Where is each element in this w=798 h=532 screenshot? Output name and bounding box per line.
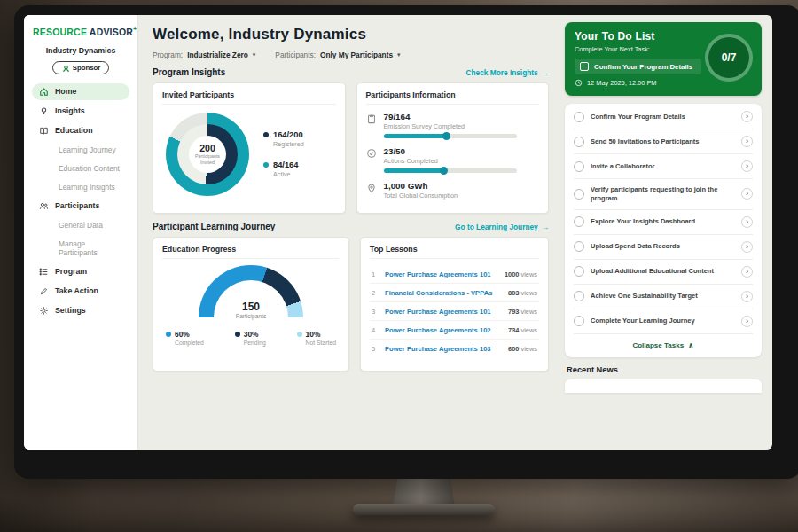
lesson-link[interactable]: Financial Considerations - VPPAs bbox=[385, 289, 502, 297]
task-label: Send 50 Invitations to Participants bbox=[591, 137, 735, 146]
chevron-right-icon[interactable]: › bbox=[741, 316, 753, 327]
task-row[interactable]: Invite a Collaborator › bbox=[574, 154, 753, 179]
task-row[interactable]: Achieve One Sustainability Target › bbox=[574, 285, 753, 309]
checkbox-icon[interactable] bbox=[574, 291, 584, 301]
sidebar-item-label: General Data bbox=[59, 221, 103, 230]
lesson-link[interactable]: Power Purchase Agreements 101 bbox=[385, 308, 502, 316]
checkbox-icon[interactable] bbox=[574, 189, 584, 200]
checkbox-icon[interactable] bbox=[580, 62, 589, 71]
program-select-label: Program: bbox=[153, 51, 183, 59]
sidebar-item-insights[interactable]: Insights bbox=[32, 103, 129, 120]
pencil-icon bbox=[39, 286, 49, 296]
info-label: Emission Survey Completed bbox=[384, 122, 517, 130]
lesson-views-suffix: views bbox=[521, 345, 537, 353]
todo-subtitle: Complete Your Next Task: bbox=[575, 45, 701, 53]
sidebar-item-label: Take Action bbox=[55, 286, 98, 295]
chevron-down-icon: ▾ bbox=[397, 51, 401, 59]
lesson-rank: 5 bbox=[372, 345, 379, 353]
card-title: Top Lessons bbox=[370, 245, 539, 259]
sidebar-item-learning-journey[interactable]: Learning Journey bbox=[32, 142, 129, 158]
education-legend-dot bbox=[235, 332, 240, 337]
lesson-views-value: 600 bbox=[508, 345, 519, 353]
check-more-insights-link[interactable]: Check More Insights → bbox=[466, 68, 549, 77]
checkbox-icon[interactable] bbox=[574, 266, 584, 277]
sidebar-item-program[interactable]: Program bbox=[32, 263, 129, 280]
monitor: RESOURCE ADVISOR+ Industry Dynamics Spon… bbox=[14, 5, 798, 479]
task-row[interactable]: Upload Additional Educational Content › bbox=[574, 260, 753, 285]
sponsor-badge[interactable]: Sponsor bbox=[52, 61, 110, 74]
chevron-right-icon[interactable]: › bbox=[741, 160, 753, 172]
invited-donut-chart: 200 Participants Invited bbox=[166, 113, 249, 196]
sidebar-item-settings[interactable]: Settings bbox=[32, 302, 129, 319]
checkbox-icon[interactable] bbox=[574, 241, 584, 252]
todo-due-text: 12 May 2025, 12:00 PM bbox=[587, 79, 656, 87]
legend-label: Active bbox=[273, 171, 304, 179]
todo-next-task[interactable]: Confirm Your Program Details bbox=[575, 59, 701, 74]
checkbox-icon[interactable] bbox=[574, 137, 584, 147]
lesson-views-suffix: views bbox=[521, 289, 537, 297]
todo-due: 12 May 2025, 12:00 PM bbox=[575, 79, 701, 87]
checkbox-icon[interactable] bbox=[574, 112, 584, 122]
chevron-right-icon[interactable]: › bbox=[741, 111, 753, 122]
checkbox-icon[interactable] bbox=[574, 161, 584, 172]
filter-bar: Program: Industrialize Zero ▾ Participan… bbox=[153, 51, 549, 59]
lesson-link[interactable]: Power Purchase Agreements 103 bbox=[385, 345, 502, 353]
legend-value: 84/164 bbox=[273, 160, 298, 170]
todo-tasks-card: Confirm Your Program Details › Send 50 I… bbox=[565, 104, 762, 357]
task-row[interactable]: Confirm Your Program Details › bbox=[574, 105, 753, 129]
info-row: 1,000 GWh Total Global Consumption bbox=[366, 181, 540, 200]
task-row[interactable]: Explore Your Insights Dashboard › bbox=[574, 210, 753, 235]
lesson-link[interactable]: Power Purchase Agreements 102 bbox=[385, 326, 502, 334]
info-row: 23/50 Actions Completed bbox=[366, 146, 540, 173]
section-title-learning-journey: Participant Learning Journey bbox=[153, 222, 275, 231]
participants-select[interactable]: Participants: Only My Participants ▾ bbox=[275, 51, 400, 59]
sidebar-item-manage-participants[interactable]: Manage Participants bbox=[32, 236, 129, 261]
chevron-right-icon[interactable]: › bbox=[741, 216, 753, 228]
card-title: Participants Information bbox=[366, 90, 540, 105]
lesson-rank: 2 bbox=[372, 289, 379, 297]
invited-center-label: Participants Invited bbox=[192, 153, 223, 166]
participants-information-card: Participants Information 79/164 Emission… bbox=[356, 82, 550, 214]
sidebar-item-general-data[interactable]: General Data bbox=[32, 217, 129, 233]
chevron-right-icon[interactable]: › bbox=[741, 241, 753, 253]
legend-item: 10% Not Started bbox=[297, 330, 336, 347]
sidebar-item-take-action[interactable]: Take Action bbox=[32, 283, 129, 300]
lesson-link[interactable]: Power Purchase Agreements 101 bbox=[385, 270, 498, 278]
lesson-views-suffix: views bbox=[521, 326, 537, 334]
sidebar-item-label: Education bbox=[55, 126, 93, 135]
sidebar-item-education-content[interactable]: Education Content bbox=[32, 160, 129, 176]
sidebar-item-learning-insights[interactable]: Learning Insights bbox=[32, 179, 129, 195]
legend-item: 30% Pending bbox=[235, 330, 266, 347]
task-row[interactable]: Verify participants requesting to join t… bbox=[574, 179, 753, 210]
chevron-up-icon: ∧ bbox=[688, 341, 694, 349]
info-progress-fill bbox=[384, 134, 448, 138]
chevron-right-icon[interactable]: › bbox=[741, 188, 753, 200]
sidebar-item-participants[interactable]: Participants bbox=[32, 198, 129, 215]
info-value: 1,000 GWh bbox=[384, 181, 458, 191]
sidebar-item-home[interactable]: Home bbox=[32, 83, 129, 100]
go-to-learning-journey-link[interactable]: Go to Learning Journey → bbox=[455, 223, 549, 231]
top-lessons-card: Top Lessons 1 Power Purchase Agreements … bbox=[360, 237, 549, 372]
invited-legend-dot bbox=[263, 162, 269, 168]
participants-select-label: Participants: bbox=[275, 51, 316, 59]
task-row[interactable]: Upload Spend Data Records › bbox=[574, 235, 753, 260]
lesson-rank: 1 bbox=[372, 270, 379, 278]
chevron-right-icon[interactable]: › bbox=[741, 136, 753, 147]
info-progress-fill bbox=[384, 168, 445, 173]
card-title: Invited Participants bbox=[162, 90, 336, 105]
task-label: Invite a Collaborator bbox=[591, 162, 735, 171]
task-row[interactable]: Complete Your Learning Journey › bbox=[574, 309, 753, 334]
chevron-right-icon[interactable]: › bbox=[741, 291, 753, 302]
legend-item: 84/164 Active bbox=[263, 160, 304, 179]
sidebar-item-education[interactable]: Education bbox=[32, 122, 129, 139]
task-row[interactable]: Send 50 Invitations to Participants › bbox=[574, 129, 753, 154]
chevron-right-icon[interactable]: › bbox=[741, 266, 753, 278]
checkbox-icon[interactable] bbox=[574, 316, 584, 326]
program-select[interactable]: Program: Industrialize Zero ▾ bbox=[153, 51, 255, 59]
todo-next-task-label: Confirm Your Program Details bbox=[594, 63, 692, 71]
checkbox-icon[interactable] bbox=[574, 216, 584, 227]
collapse-tasks-link[interactable]: Collapse Tasks ∧ bbox=[574, 334, 753, 356]
check-circle-icon bbox=[366, 148, 377, 159]
education-gauge-center: 150 Participants bbox=[199, 301, 303, 319]
lesson-row: 1 Power Purchase Agreements 101 1000 vie… bbox=[370, 265, 539, 284]
